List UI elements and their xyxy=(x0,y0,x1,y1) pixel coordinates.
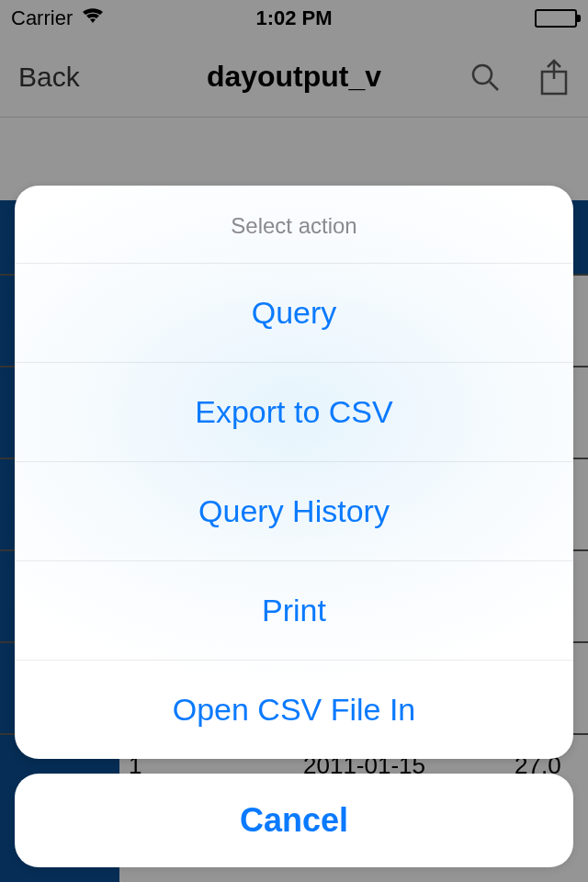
action-export-csv[interactable]: Export to CSV xyxy=(15,362,573,461)
action-query[interactable]: Query xyxy=(15,263,573,362)
action-open-csv-in[interactable]: Open CSV File In xyxy=(15,660,573,759)
action-print[interactable]: Print xyxy=(15,560,573,660)
screen: Carrier 1:02 PM Back dayoutput_v xyxy=(0,0,588,882)
cancel-button[interactable]: Cancel xyxy=(15,774,573,867)
action-query-history[interactable]: Query History xyxy=(15,461,573,560)
action-sheet-panel: Select action Query Export to CSV Query … xyxy=(15,186,573,759)
action-sheet: Select action Query Export to CSV Query … xyxy=(15,186,573,867)
action-sheet-title: Select action xyxy=(15,186,573,263)
